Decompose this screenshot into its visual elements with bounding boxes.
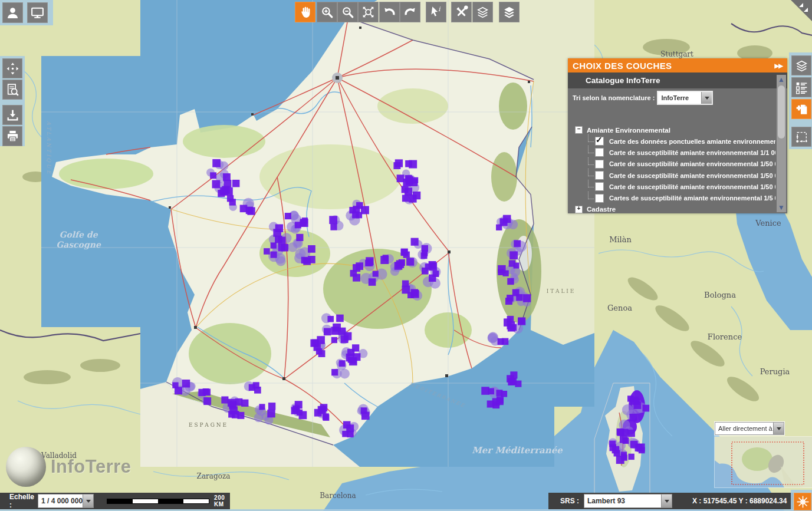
layers-button[interactable] bbox=[472, 2, 493, 22]
scroll-up-icon[interactable]: ▲ bbox=[777, 75, 786, 84]
data-point-square[interactable] bbox=[507, 278, 514, 285]
data-point-square[interactable] bbox=[330, 224, 337, 230]
data-point-square[interactable] bbox=[210, 172, 216, 179]
hand-button[interactable] bbox=[295, 2, 315, 22]
data-point-square[interactable] bbox=[637, 443, 645, 451]
data-point-square[interactable] bbox=[393, 162, 400, 169]
data-point-square[interactable] bbox=[203, 389, 211, 396]
data-point-square[interactable] bbox=[402, 186, 409, 193]
data-point-square[interactable] bbox=[422, 250, 428, 256]
data-point-square[interactable] bbox=[331, 369, 338, 375]
data-point-square[interactable] bbox=[621, 454, 627, 460]
data-point-square[interactable] bbox=[402, 281, 409, 287]
data-point-square[interactable] bbox=[514, 263, 520, 269]
data-point-square[interactable] bbox=[333, 324, 341, 332]
data-point-square[interactable] bbox=[498, 265, 506, 273]
data-point-square[interactable] bbox=[500, 218, 508, 226]
data-point-square[interactable] bbox=[488, 388, 494, 395]
data-point-square[interactable] bbox=[302, 217, 308, 223]
zoom-extent-button[interactable] bbox=[358, 2, 379, 22]
chevron-down-icon[interactable] bbox=[773, 423, 784, 434]
data-point-square[interactable] bbox=[402, 195, 409, 202]
data-point-square[interactable] bbox=[319, 406, 326, 413]
layer-item[interactable]: Carte des données ponctuelles amiante en… bbox=[568, 136, 775, 147]
add-data-button[interactable] bbox=[791, 99, 811, 119]
data-point-square[interactable] bbox=[627, 430, 635, 437]
data-point-square[interactable] bbox=[350, 270, 357, 277]
data-point-square[interactable] bbox=[406, 258, 414, 266]
layer-stack-button[interactable] bbox=[499, 2, 520, 22]
data-point-square[interactable] bbox=[429, 275, 436, 282]
data-point-square[interactable] bbox=[329, 216, 337, 224]
data-point-square[interactable] bbox=[268, 403, 275, 410]
data-point-square[interactable] bbox=[617, 428, 623, 435]
data-point-square[interactable] bbox=[212, 180, 221, 189]
layer-group[interactable]: −Amiante Environnemental bbox=[568, 124, 775, 136]
chevron-down-icon[interactable] bbox=[661, 494, 672, 507]
data-point-square[interactable] bbox=[228, 399, 235, 407]
data-point-square[interactable] bbox=[203, 397, 211, 405]
chevron-down-icon[interactable] bbox=[83, 494, 93, 507]
data-point-square[interactable] bbox=[246, 207, 253, 214]
data-point-square[interactable] bbox=[339, 360, 346, 367]
redo-button[interactable] bbox=[400, 2, 420, 22]
data-point-square[interactable] bbox=[497, 396, 504, 403]
data-point-square[interactable] bbox=[406, 176, 413, 184]
data-point-square[interactable] bbox=[295, 222, 301, 228]
data-point-square[interactable] bbox=[633, 401, 641, 409]
data-point-square[interactable] bbox=[409, 194, 416, 202]
data-point-square[interactable] bbox=[227, 195, 234, 202]
data-point-square[interactable] bbox=[397, 174, 405, 182]
layer-checkbox[interactable] bbox=[595, 148, 604, 157]
data-point-square[interactable] bbox=[218, 190, 225, 197]
user-button[interactable] bbox=[2, 2, 23, 23]
data-point-square[interactable] bbox=[342, 431, 348, 437]
data-point-square[interactable] bbox=[401, 249, 407, 256]
print-button[interactable] bbox=[2, 126, 22, 146]
data-point-square[interactable] bbox=[271, 242, 277, 248]
layer-checkbox[interactable] bbox=[595, 171, 604, 180]
data-point-square[interactable] bbox=[510, 371, 517, 378]
data-point-square[interactable] bbox=[316, 348, 323, 355]
layer-item[interactable]: Carte de susceptibilité amiante environn… bbox=[568, 181, 775, 192]
data-point-square[interactable] bbox=[275, 224, 283, 232]
data-point-square[interactable] bbox=[642, 405, 649, 412]
legend-button[interactable] bbox=[791, 77, 811, 97]
data-point-square[interactable] bbox=[425, 263, 431, 269]
nomenclature-select[interactable]: InfoTerre bbox=[657, 91, 713, 105]
data-point-square[interactable] bbox=[281, 244, 288, 252]
data-point-square[interactable] bbox=[396, 260, 404, 268]
scroll-down-icon[interactable]: ▼ bbox=[777, 203, 786, 212]
chevron-down-icon[interactable] bbox=[701, 92, 712, 104]
data-point-square[interactable] bbox=[356, 212, 362, 219]
layer-item[interactable]: Carte de susceptibilité amiante environn… bbox=[568, 170, 775, 181]
data-point-square[interactable] bbox=[514, 240, 521, 247]
data-point-square[interactable] bbox=[366, 259, 373, 266]
data-point-square[interactable] bbox=[254, 387, 261, 394]
identify-button[interactable]: i bbox=[426, 2, 446, 22]
data-point-square[interactable] bbox=[344, 332, 352, 341]
data-point-square[interactable] bbox=[182, 380, 190, 387]
data-point-square[interactable] bbox=[271, 252, 277, 258]
zoom-in-button[interactable] bbox=[317, 2, 337, 22]
layer-group[interactable]: +Cadastre bbox=[568, 204, 775, 213]
layer-checkbox[interactable] bbox=[595, 160, 604, 169]
data-point-square[interactable] bbox=[349, 357, 357, 365]
goto-select[interactable]: Aller directement à... bbox=[715, 422, 784, 435]
layers-panel-header[interactable]: CHOIX DES COUCHES ▶▶ bbox=[568, 58, 787, 72]
data-point-square[interactable] bbox=[501, 391, 508, 397]
data-point-square[interactable] bbox=[628, 454, 634, 460]
data-point-square[interactable] bbox=[507, 321, 515, 329]
data-point-square[interactable] bbox=[267, 410, 275, 417]
panel-collapse-icon[interactable]: ▶▶ bbox=[775, 62, 783, 69]
data-point-square[interactable] bbox=[369, 278, 376, 286]
data-point-square[interactable] bbox=[308, 245, 315, 253]
data-point-square[interactable] bbox=[324, 328, 331, 336]
data-point-square[interactable] bbox=[285, 213, 291, 219]
data-point-square[interactable] bbox=[523, 294, 531, 302]
data-point-square[interactable] bbox=[296, 234, 303, 241]
data-point-square[interactable] bbox=[373, 271, 379, 277]
data-point-square[interactable] bbox=[502, 338, 509, 345]
tools-button[interactable] bbox=[451, 2, 472, 22]
scale-select[interactable]: 1 / 4 000 000 bbox=[38, 494, 94, 508]
